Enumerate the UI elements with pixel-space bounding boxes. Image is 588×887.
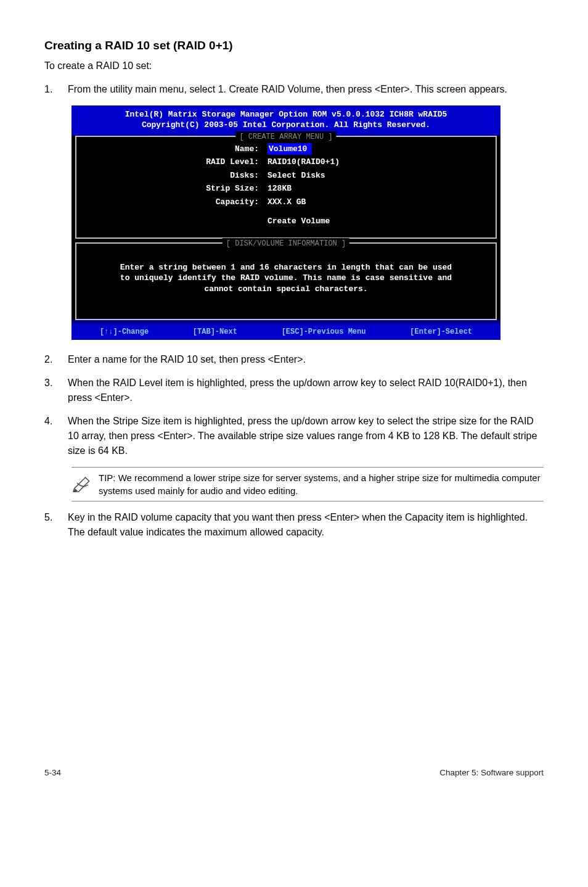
bios-screenshot: Intel(R) Matrix Storage Manager Option R… <box>71 105 500 340</box>
field-raid-level: RAID Level: RAID10(RAID0+1) <box>83 156 489 168</box>
footer-change: [↑↓]-Change <box>100 326 149 337</box>
step-text: Key in the RAID volume capacity that you… <box>68 510 544 540</box>
step-number: 5. <box>44 510 68 540</box>
step-number: 3. <box>44 376 68 405</box>
field-value: 128KB <box>267 183 489 195</box>
bios-header-line2: Copyright(C) 2003-05 Intel Corporation. … <box>74 120 498 131</box>
pencil-icon <box>71 471 99 497</box>
field-value: RAID10(RAID0+1) <box>267 156 489 168</box>
step-number: 2. <box>44 352 68 367</box>
info-line: to uniquely identify the RAID volume. Th… <box>89 273 483 284</box>
field-label: Capacity: <box>83 196 267 208</box>
step-text: From the utility main menu, select 1. Cr… <box>68 82 544 97</box>
section-heading: Creating a RAID 10 set (RAID 0+1) <box>44 37 544 55</box>
info-line: Enter a string between 1 and 16 characte… <box>89 262 483 273</box>
step-text: When the Stripe Size item is highlighted… <box>68 414 544 458</box>
page-footer: 5-34 Chapter 5: Software support <box>44 762 544 779</box>
field-value: XXX.X GB <box>267 196 489 208</box>
create-array-panel: [ CREATE ARRAY MENU ] Name: Volume10 RAI… <box>75 136 497 239</box>
field-name: Name: Volume10 <box>83 143 489 155</box>
step-text: Enter a name for the RAID 10 set, then p… <box>68 352 544 367</box>
footer-select: [Enter]-Select <box>410 326 472 337</box>
tip-callout: TIP: We recommend a lower stripe size fo… <box>71 467 544 501</box>
bios-header-line1: Intel(R) Matrix Storage Manager Option R… <box>74 109 498 120</box>
field-value: Select Disks <box>267 170 489 182</box>
create-array-panel-title: [ CREATE ARRAY MENU ] <box>235 131 336 142</box>
step-number: 1. <box>44 82 68 97</box>
tip-text: TIP: We recommend a lower stripe size fo… <box>99 471 544 497</box>
field-capacity: Capacity: XXX.X GB <box>83 196 489 208</box>
chapter-label: Chapter 5: Software support <box>439 767 544 779</box>
field-value-name[interactable]: Volume10 <box>267 143 489 155</box>
create-volume-action[interactable]: Create Volume <box>83 215 489 228</box>
step-number: 4. <box>44 414 68 458</box>
disk-volume-info-panel: [ DISK/VOLUME INFORMATION ] Enter a stri… <box>75 242 497 321</box>
page-number: 5-34 <box>44 767 61 779</box>
info-line: cannot contain special characters. <box>89 284 483 295</box>
field-label: Disks: <box>83 170 267 182</box>
step-text: When the RAID Level item is highlighted,… <box>68 376 544 405</box>
bios-header: Intel(R) Matrix Storage Manager Option R… <box>71 105 500 134</box>
field-disks: Disks: Select Disks <box>83 170 489 182</box>
field-strip-size: Strip Size: 128KB <box>83 183 489 195</box>
footer-next: [TAB]-Next <box>193 326 237 337</box>
bios-footer: [↑↓]-Change [TAB]-Next [ESC]-Previous Me… <box>71 324 500 340</box>
info-help-text: Enter a string between 1 and 16 characte… <box>83 249 489 310</box>
field-label: RAID Level: <box>83 156 267 168</box>
field-label: Name: <box>83 143 267 155</box>
field-label: Strip Size: <box>83 183 267 195</box>
intro-text: To create a RAID 10 set: <box>44 59 544 73</box>
footer-prev: [ESC]-Previous Menu <box>282 326 366 337</box>
disk-volume-panel-title: [ DISK/VOLUME INFORMATION ] <box>223 238 349 249</box>
